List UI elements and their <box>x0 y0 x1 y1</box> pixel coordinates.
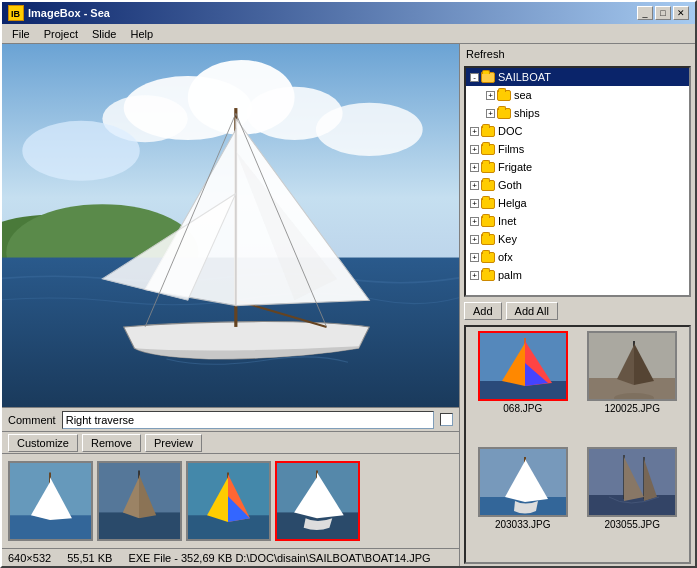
tree-label-inet: Inet <box>498 215 516 227</box>
expand-ofx[interactable]: + <box>470 253 479 262</box>
grid-thumb-label-203033: 203033.JPG <box>495 519 551 530</box>
svg-text:IB: IB <box>11 9 21 19</box>
left-panel: Comment Customize Remove Preview <box>2 44 460 566</box>
folder-icon-sea <box>497 90 511 101</box>
tree-item-helga[interactable]: + Helga <box>466 194 689 212</box>
customize-button[interactable]: Customize <box>8 434 78 452</box>
folder-icon-ofx <box>481 252 495 263</box>
expand-icon[interactable]: - <box>470 73 479 82</box>
tree-item-palm[interactable]: + palm <box>466 266 689 284</box>
grid-thumb-img-120025 <box>587 331 677 401</box>
tree-item-sailboat[interactable]: - SAILBOAT <box>466 68 689 86</box>
toolbar-row: Customize Remove Preview <box>2 431 459 453</box>
tree-label-doc: DOC <box>498 125 522 137</box>
folder-icon-doc <box>481 126 495 137</box>
folder-icon-palm <box>481 270 495 281</box>
minimize-button[interactable]: _ <box>637 6 653 20</box>
close-button[interactable]: ✕ <box>673 6 689 20</box>
thumbnail-4[interactable] <box>275 461 360 541</box>
expand-key[interactable]: + <box>470 235 479 244</box>
menu-project[interactable]: Project <box>38 27 84 41</box>
menu-file[interactable]: File <box>6 27 36 41</box>
window-title: ImageBox - Sea <box>28 7 110 19</box>
maximize-button[interactable]: □ <box>655 6 671 20</box>
comment-input[interactable] <box>62 411 434 429</box>
expand-films[interactable]: + <box>470 145 479 154</box>
tree-item-doc[interactable]: + DOC <box>466 122 689 140</box>
tree-label-helga: Helga <box>498 197 527 209</box>
tree-label-frigate: Frigate <box>498 161 532 173</box>
tree-label-ofx: ofx <box>498 251 513 263</box>
remove-button[interactable]: Remove <box>82 434 141 452</box>
menu-slide[interactable]: Slide <box>86 27 122 41</box>
grid-thumb-label-068: 068.JPG <box>503 403 542 414</box>
preview-button[interactable]: Preview <box>145 434 202 452</box>
tree-container[interactable]: - SAILBOAT + sea + ships <box>466 68 689 295</box>
thumb-grid[interactable]: 068.JPG 120025.JPG <box>464 325 691 564</box>
tree-label-key: Key <box>498 233 517 245</box>
main-window: IB ImageBox - Sea _ □ ✕ File Project Sli… <box>0 0 697 568</box>
thumbnail-1[interactable] <box>8 461 93 541</box>
grid-thumb-068[interactable]: 068.JPG <box>470 331 576 443</box>
expand-ships[interactable]: + <box>486 109 495 118</box>
tree-item-ships[interactable]: + ships <box>466 104 689 122</box>
tree-item-frigate[interactable]: + Frigate <box>466 158 689 176</box>
tree-item-inet[interactable]: + Inet <box>466 212 689 230</box>
expand-sea[interactable]: + <box>486 91 495 100</box>
comment-row: Comment <box>2 407 459 431</box>
refresh-label: Refresh <box>466 48 505 60</box>
svg-point-7 <box>22 121 139 181</box>
menu-help[interactable]: Help <box>124 27 159 41</box>
thumbnail-strip <box>2 453 459 548</box>
expand-helga[interactable]: + <box>470 199 479 208</box>
folder-icon-sailboat <box>481 72 495 83</box>
grid-thumb-120025[interactable]: 120025.JPG <box>580 331 686 443</box>
grid-thumb-203033[interactable]: 203033.JPG <box>470 447 576 559</box>
thumbnail-3[interactable] <box>186 461 271 541</box>
expand-doc[interactable]: + <box>470 127 479 136</box>
refresh-header: Refresh <box>460 44 695 64</box>
tree-label-films: Films <box>498 143 524 155</box>
add-all-button[interactable]: Add All <box>506 302 558 320</box>
tree-item-films[interactable]: + Films <box>466 140 689 158</box>
title-buttons: _ □ ✕ <box>637 6 689 20</box>
app-icon: IB <box>8 5 24 21</box>
tree-item-key[interactable]: + Key <box>466 230 689 248</box>
main-image <box>2 44 459 407</box>
add-button[interactable]: Add <box>464 302 502 320</box>
tree-area[interactable]: - SAILBOAT + sea + ships <box>464 66 691 297</box>
tree-item-ofx[interactable]: + ofx <box>466 248 689 266</box>
expand-inet[interactable]: + <box>470 217 479 226</box>
tree-label-ships: ships <box>514 107 540 119</box>
folder-icon-helga <box>481 198 495 209</box>
comment-checkbox[interactable] <box>440 413 453 426</box>
grid-thumb-label-120025: 120025.JPG <box>604 403 660 414</box>
status-dimensions: 640×532 <box>8 552 51 564</box>
folder-icon-key <box>481 234 495 245</box>
add-buttons-row: Add Add All <box>460 299 695 323</box>
folder-icon-ships <box>497 108 511 119</box>
menu-bar: File Project Slide Help <box>2 24 695 44</box>
tree-label-goth: Goth <box>498 179 522 191</box>
status-bar: 640×532 55,51 KB EXE File - 352,69 KB D:… <box>2 548 459 566</box>
tree-item-goth[interactable]: + Goth <box>466 176 689 194</box>
title-bar-left: IB ImageBox - Sea <box>8 5 110 21</box>
comment-label: Comment <box>8 414 56 426</box>
status-filesize: 55,51 KB <box>67 552 112 564</box>
expand-goth[interactable]: + <box>470 181 479 190</box>
tree-label-palm: palm <box>498 269 522 281</box>
folder-icon-inet <box>481 216 495 227</box>
expand-frigate[interactable]: + <box>470 163 479 172</box>
thumbnail-2[interactable] <box>97 461 182 541</box>
tree-item-sea[interactable]: + sea <box>466 86 689 104</box>
tree-label-sea: sea <box>514 89 532 101</box>
grid-thumb-203055[interactable]: 203055.JPG <box>580 447 686 559</box>
tree-label-sailboat: SAILBOAT <box>498 71 551 83</box>
expand-palm[interactable]: + <box>470 271 479 280</box>
grid-thumb-img-203033 <box>478 447 568 517</box>
status-exe-info: EXE File - 352,69 KB D:\DOC\disain\SAILB… <box>128 552 430 564</box>
image-display <box>2 44 459 407</box>
folder-icon-goth <box>481 180 495 191</box>
title-bar: IB ImageBox - Sea _ □ ✕ <box>2 2 695 24</box>
right-panel: Refresh - SAILBOAT + sea <box>460 44 695 566</box>
